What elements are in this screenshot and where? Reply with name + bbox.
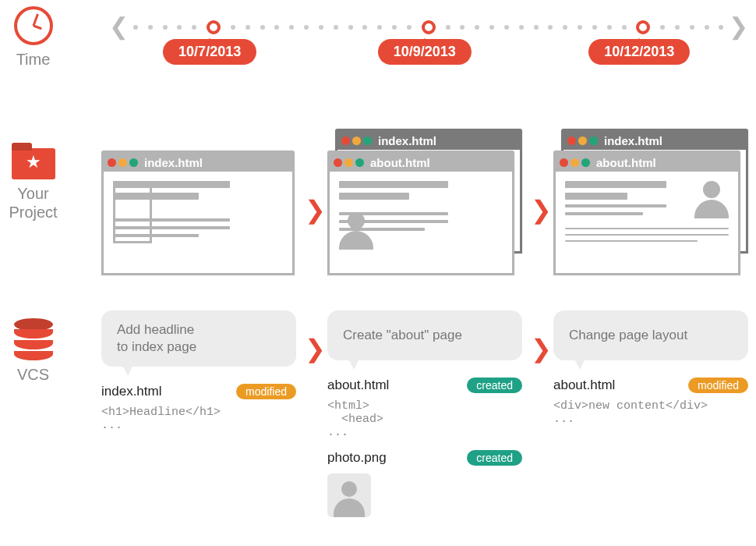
file-name: photo.png (327, 450, 387, 466)
row-label-vcs: VCS (0, 318, 66, 384)
window-tab: about.html (370, 156, 430, 169)
commit-3: Change page layout about.html modified <… (553, 310, 748, 426)
commit-1: Add headline to index page index.html mo… (101, 310, 296, 432)
window-tab: index.html (604, 134, 662, 147)
browser-window: about.html (553, 151, 740, 275)
code-snippet: <h1>Headline</h1> ... (101, 406, 296, 432)
database-icon (14, 318, 53, 360)
timeline-node-3: 10/12/2013 (636, 20, 650, 34)
commit-message: Create "about" page (327, 310, 522, 360)
avatar-icon (339, 212, 373, 250)
avatar-icon (694, 181, 729, 218)
code-snippet: <div>new content</div> ... (553, 399, 748, 426)
timeline-track: 10/7/2013 10/9/2013 10/12/2013 (133, 20, 724, 34)
file-name: index.html (101, 384, 161, 399)
photo-thumbnail (327, 473, 371, 517)
commit-2: Create "about" page about.html created <… (327, 310, 522, 517)
window-tab: index.html (378, 134, 436, 147)
file-name: about.html (327, 378, 389, 393)
chevron-right-icon: ❯ (531, 195, 552, 225)
file-name: about.html (553, 378, 615, 393)
row-label-project: ★ Your Project (0, 148, 66, 222)
chevron-right-icon: ❯ (305, 334, 326, 363)
image-placeholder-icon (113, 181, 152, 243)
date-pill-3: 10/12/2013 (588, 39, 690, 65)
status-badge: modified (688, 378, 748, 393)
clock-icon (14, 6, 53, 45)
commit-message: Add headline to index page (101, 310, 296, 367)
timeline-node-2: 10/9/2013 (422, 20, 436, 34)
vcs-text: VCS (17, 365, 49, 384)
folder-icon: ★ (12, 148, 55, 179)
project-snapshot-3: index.html about.html (553, 129, 748, 285)
window-tab: about.html (596, 156, 656, 169)
chevron-right-icon: ❯ (305, 195, 326, 225)
timeline-node-1: 10/7/2013 (207, 20, 221, 34)
status-badge: modified (236, 384, 296, 399)
window-body (104, 172, 292, 251)
time-text: Time (16, 50, 51, 69)
timeline: ❮ 10/7/2013 10/9/2013 10/12/2013 ❯ (109, 22, 748, 33)
chevron-right-icon: ❯ (531, 334, 552, 363)
star-icon: ★ (26, 152, 41, 172)
browser-window: index.html (101, 151, 295, 275)
window-tab: index.html (144, 156, 203, 169)
date-pill-1: 10/7/2013 (163, 39, 256, 65)
date-pill-2: 10/9/2013 (378, 39, 472, 65)
status-badge: created (467, 450, 522, 466)
status-badge: created (467, 378, 522, 393)
project-snapshot-2: index.html about.html (327, 129, 522, 285)
row-label-time: Time (0, 6, 66, 69)
project-row: ❯ ❯ index.html index.html (101, 129, 748, 285)
code-snippet: <html> <head> ... (327, 399, 522, 439)
traffic-lights-icon (108, 158, 138, 167)
window-titlebar: index.html (104, 153, 292, 172)
project-snapshot-1: index.html (101, 129, 296, 285)
commit-message: Change page layout (553, 310, 748, 360)
project-text: Your Project (9, 184, 57, 222)
browser-window: about.html (327, 151, 514, 275)
